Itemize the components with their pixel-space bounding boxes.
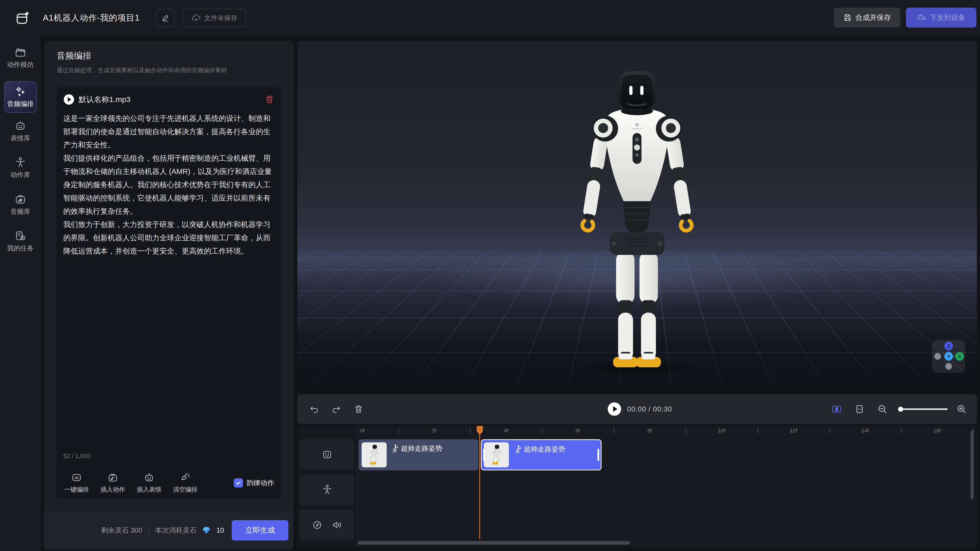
track-separator	[357, 426, 357, 547]
undo-button[interactable]	[310, 405, 319, 414]
sidebar-item-motion-library[interactable]: 动作库	[0, 157, 41, 186]
clear-arrangement-button[interactable]: 清空编排	[172, 472, 199, 494]
cloud-x-icon	[191, 13, 201, 23]
clip-caption: 超帅走路姿势	[515, 445, 565, 454]
person-icon	[321, 484, 333, 495]
ruler-tick	[757, 428, 758, 433]
pencil-icon	[161, 14, 170, 22]
ruler-label: 2f	[432, 427, 436, 433]
one-click-arrange-button[interactable]: AI 一键编排	[63, 472, 90, 494]
insert-expression-button[interactable]: 插入表情	[136, 472, 162, 494]
audio-arrange-panel: 音频编排 通过音频处理，生成音频素材以及融合动作和表情的音频编排素材 默认名称1…	[44, 41, 293, 511]
vinyl-note-icon	[312, 519, 323, 530]
insert-clip-tool-icon[interactable]	[831, 404, 842, 414]
sidebar-label: 表情库	[11, 134, 30, 143]
delete-clip-button[interactable]	[354, 405, 363, 414]
fit-timeline-icon[interactable]	[854, 404, 865, 414]
robot-face-icon	[144, 472, 154, 483]
timeline-zoom-knob[interactable]	[898, 407, 903, 412]
track-header-motion[interactable]	[300, 475, 354, 505]
ruler-label: 14f	[861, 427, 869, 433]
zoom-out-icon[interactable]	[877, 404, 888, 414]
time-display: 00:00 / 00:30	[627, 394, 672, 424]
ruler-tick	[829, 428, 830, 433]
script-paragraph: 我们提供样化的产品组合，包括用于精密制造的工业机械臂、用于物流和仓储的自主移动机…	[63, 151, 274, 218]
script-paragraph: 这是一家全球领先的公司专注于先进机器人系统的设计、制造和部署我们的使命是通过智能…	[63, 112, 274, 151]
clip-thumbnail	[362, 442, 387, 467]
ruler-label: 16f	[933, 427, 941, 433]
track-header-expression[interactable]	[300, 439, 354, 470]
sidebar-item-motion-mimic[interactable]: 动作模仿	[0, 46, 41, 76]
rename-button[interactable]	[156, 9, 175, 27]
play-audio-button[interactable]	[63, 94, 75, 105]
clip-label: 超帅走路姿势	[401, 444, 442, 453]
axis-gizmo[interactable]: Z Y X	[932, 340, 965, 373]
rhythm-motion-toggle[interactable]: 韵律动作	[234, 478, 274, 494]
ruler-tick	[542, 428, 542, 433]
timeline-clip-selected[interactable]: 超帅走路姿势	[481, 439, 601, 470]
ruler-label: 8f	[648, 427, 652, 433]
axis-x-label: X	[958, 354, 961, 359]
action-label: 插入表情	[137, 486, 161, 494]
axis-negative-x	[934, 353, 941, 360]
ruler-tick	[614, 428, 614, 433]
cost-value: 10	[216, 527, 224, 534]
card-action-bar: AI 一键编排 插入动作 插	[63, 469, 274, 494]
clip-trim-handle-right[interactable]	[597, 449, 599, 461]
ruler-tick	[901, 428, 902, 433]
robot-face-icon	[321, 449, 333, 460]
delete-audio-button[interactable]	[265, 95, 274, 104]
timeline-horizontal-scrollbar[interactable]	[358, 541, 630, 545]
insert-motion-button[interactable]: 插入动作	[100, 472, 126, 494]
track-header-audio[interactable]	[300, 510, 354, 540]
clip-trim-handle-left[interactable]	[483, 449, 485, 461]
playback-bar: 00:00 / 00:30	[298, 394, 977, 424]
sidebar-label: 我的任务	[7, 244, 34, 253]
task-list-icon	[14, 230, 26, 242]
timeline-clip[interactable]: 超帅走路姿势	[359, 439, 479, 470]
sidebar-label: 音频编排	[7, 100, 34, 108]
audio-script-text[interactable]: 这是一家全球领先的公司专注于先进机器人系统的设计、制造和部署我们的使命是通过智能…	[63, 112, 274, 258]
sidebar-label: 音频库	[11, 207, 30, 216]
char-counter: 52 / 1,000	[63, 453, 91, 460]
sidebar-item-audio-arrange[interactable]: 音频编排	[4, 81, 37, 113]
panel-title: 音频编排	[57, 50, 91, 62]
save-label: 合成并保存	[856, 13, 891, 22]
sidebar-item-my-tasks[interactable]: 我的任务	[0, 230, 41, 260]
deploy-label: 下发到设备	[930, 13, 966, 22]
3d-viewport[interactable]: Z Y X	[298, 41, 977, 389]
redo-button[interactable]	[331, 405, 341, 414]
app-window: A1机器人动作-我的项目1 文件未保存 合成并保存 下发	[0, 0, 980, 551]
save-button[interactable]: 合成并保存	[834, 8, 900, 27]
humanoid-robot	[567, 67, 707, 370]
timeline-vertical-scrollbar[interactable]	[970, 430, 974, 499]
sidebar-item-expression-library[interactable]: 表情库	[0, 120, 41, 149]
timeline-zoom-slider[interactable]	[900, 408, 948, 410]
file-unsaved-status: 文件未保存	[183, 9, 246, 27]
sidebar-item-audio-library[interactable]: 音频库	[0, 193, 41, 223]
deploy-to-device-button[interactable]: 下发到设备	[906, 8, 977, 27]
ruler-tick	[470, 428, 471, 433]
clip-caption: 超帅走路姿势	[392, 444, 442, 453]
script-paragraph: 我们致力于创新，大力投资于研发，以突破人机协作和机器学习的界限。创新机器人公司助…	[63, 218, 274, 258]
sidebar: 动作模仿 音频编排 表情库 动作库	[0, 36, 41, 551]
svg-text:AI: AI	[75, 476, 79, 480]
ruler-label: 4f	[504, 427, 508, 433]
project-title: A1机器人动作-我的项目1	[43, 0, 140, 36]
audio-file-row: 默认名称1.mp3	[63, 94, 274, 106]
audio-filename: 默认名称1.mp3	[79, 94, 130, 105]
action-label: 插入动作	[100, 486, 125, 494]
person-icon	[14, 157, 26, 168]
play-button[interactable]	[608, 402, 621, 416]
zoom-in-icon[interactable]	[956, 404, 967, 414]
sparkles-icon	[14, 86, 26, 97]
checkbox-checked-icon[interactable]	[234, 478, 243, 487]
speaker-icon[interactable]	[331, 519, 343, 530]
axis-negative-z	[945, 363, 952, 370]
save-icon	[843, 13, 852, 22]
sidebar-label: 动作库	[11, 170, 30, 179]
robot-face-icon	[14, 120, 26, 132]
gem-icon	[202, 527, 211, 534]
clip-thumbnail	[484, 442, 509, 467]
generate-now-button[interactable]: 立即生成	[232, 520, 288, 540]
